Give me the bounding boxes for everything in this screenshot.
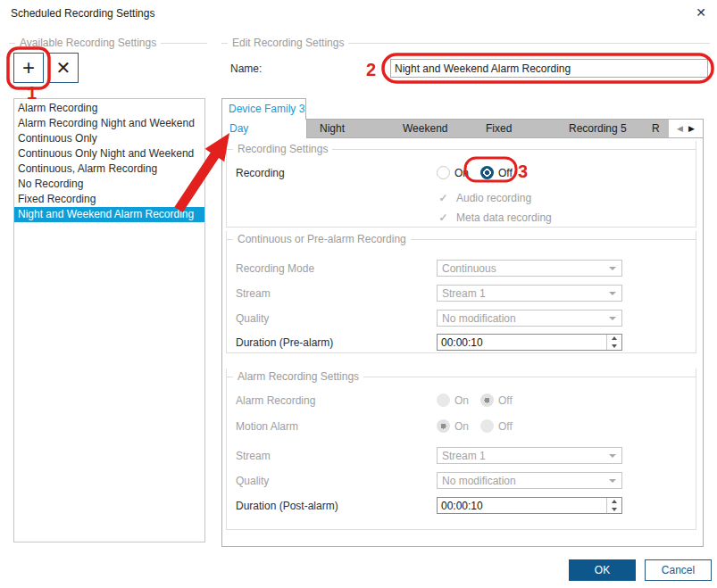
chevron-down-icon	[609, 292, 616, 295]
alarm-recording-label: Alarm Recording	[227, 394, 437, 407]
duration-prealarm-label: Duration (Pre-alarm)	[227, 336, 437, 349]
recording-label: Recording	[227, 167, 437, 179]
motion-alarm-on-radio	[437, 419, 450, 433]
recording-mode-label: Recording Mode	[227, 262, 437, 275]
name-input[interactable]	[390, 59, 708, 78]
alarm-quality-value: No modification	[442, 475, 516, 487]
quality-label: Quality	[227, 312, 437, 325]
alarm-quality-select: No modification	[437, 472, 622, 489]
chevron-down-icon	[609, 454, 616, 458]
meta-data-recording-label: Meta data recording	[456, 211, 552, 224]
list-item-selected[interactable]: Night and Weekend Alarm Recording	[14, 207, 204, 222]
list-item[interactable]: Continuous, Alarm Recording	[14, 161, 204, 177]
tab-scroll-right-icon[interactable]: ▶	[688, 124, 695, 133]
chevron-down-icon	[609, 479, 616, 483]
motion-alarm-label: Motion Alarm	[227, 420, 437, 433]
alarm-stream-select: Stream 1	[437, 447, 622, 464]
duration-prealarm-spinner	[437, 334, 622, 351]
alarm-section-title: Alarm Recording Settings	[227, 370, 696, 383]
list-item[interactable]: Fixed Recording	[14, 192, 204, 207]
alarm-stream-label: Stream	[227, 450, 437, 462]
recording-on-radio[interactable]	[437, 166, 450, 179]
tab-day[interactable]: Day	[222, 120, 307, 138]
list-item[interactable]: Alarm Recording	[14, 101, 204, 116]
annotation-number-2: 2	[366, 60, 376, 79]
motion-alarm-off-label: Off	[498, 420, 513, 433]
continuous-section-title: Continuous or Pre-alarm Recording	[227, 233, 696, 245]
alarm-recording-off-radio	[480, 393, 494, 407]
recording-mode-select: Continuous	[437, 260, 622, 277]
add-setting-button[interactable]: +	[13, 53, 44, 83]
tab-scroll-buttons: ◀ ▶	[669, 120, 703, 138]
dialog-title: Scheduled Recording Settings	[11, 7, 154, 20]
motion-alarm-on-label: On	[454, 420, 469, 433]
list-item[interactable]: Alarm Recording Night and Weekend	[14, 116, 204, 131]
spin-up-icon[interactable]	[607, 498, 621, 506]
schedule-tabstrip: Day Night Weekend Fixed Recording 5 R ◀ …	[222, 120, 703, 138]
day-tab-page: Day Night Weekend Fixed Recording 5 R ◀ …	[221, 119, 704, 547]
audio-recording-checkbox: ✓	[437, 192, 450, 204]
tab-device-family-3[interactable]: Device Family 3	[221, 98, 306, 120]
recording-mode-value: Continuous	[442, 262, 496, 275]
spin-up-icon[interactable]	[607, 335, 621, 343]
continuous-prealarm-section: Continuous or Pre-alarm Recording Record…	[226, 231, 696, 353]
recording-off-radio[interactable]	[480, 166, 494, 179]
plus-icon: +	[22, 55, 35, 80]
name-label: Name:	[230, 62, 262, 75]
tab-recording-6-cut[interactable]: R	[639, 120, 669, 137]
list-item[interactable]: Continuous Only Night and Weekend	[14, 146, 204, 161]
tab-scroll-left-icon[interactable]: ◀	[677, 124, 683, 133]
alarm-recording-on-radio	[437, 393, 450, 407]
alarm-recording-on-label: On	[454, 394, 469, 407]
recording-settings-title: Recording Settings	[227, 143, 696, 155]
recording-off-label: Off	[498, 167, 513, 179]
edit-settings-header: Edit Recording Settings	[221, 37, 710, 49]
list-item[interactable]: Continuous Only	[14, 131, 204, 146]
x-icon: ✕	[56, 57, 71, 79]
stream-value: Stream 1	[442, 287, 486, 300]
spin-down-icon[interactable]	[607, 506, 621, 514]
chevron-down-icon	[609, 267, 616, 270]
meta-data-recording-checkbox: ✓	[437, 211, 450, 224]
stream-select: Stream 1	[437, 285, 622, 302]
inactive-tabs: Night Weekend Fixed Recording 5 R	[307, 120, 669, 138]
cancel-button[interactable]: Cancel	[645, 559, 712, 581]
recording-on-label: On	[454, 167, 469, 179]
chevron-down-icon	[609, 317, 616, 320]
tab-weekend[interactable]: Weekend	[390, 120, 473, 137]
quality-select: No modification	[437, 310, 622, 327]
tab-fixed[interactable]: Fixed	[473, 120, 556, 137]
quality-value: No modification	[442, 312, 516, 325]
spin-down-icon[interactable]	[607, 343, 621, 351]
tab-night[interactable]: Night	[307, 120, 390, 137]
alarm-quality-label: Quality	[227, 475, 437, 487]
alarm-recording-section: Alarm Recording Settings Alarm Recording…	[226, 369, 696, 530]
alarm-stream-value: Stream 1	[442, 450, 486, 462]
duration-postalarm-input[interactable]	[438, 498, 606, 513]
ok-button[interactable]: OK	[569, 559, 636, 581]
alarm-recording-off-label: Off	[498, 394, 513, 407]
list-item[interactable]: No Recording	[14, 177, 204, 192]
duration-postalarm-label: Duration (Post-alarm)	[227, 500, 437, 512]
recording-settings-section: Recording Settings Recording On Off ✓ Au…	[226, 141, 696, 228]
close-icon[interactable]: ✕	[692, 4, 710, 21]
tab-recording-5[interactable]: Recording 5	[556, 120, 639, 137]
stream-label: Stream	[227, 287, 437, 300]
available-settings-header: Available Recording Settings	[9, 37, 207, 49]
delete-setting-button[interactable]: ✕	[48, 53, 79, 83]
recording-settings-list: Alarm Recording Alarm Recording Night an…	[13, 98, 205, 542]
motion-alarm-off-radio	[480, 419, 494, 433]
duration-postalarm-spinner	[437, 497, 622, 514]
scheduled-recording-settings-dialog: Scheduled Recording Settings ✕ Available…	[0, 0, 717, 588]
audio-recording-label: Audio recording	[456, 192, 531, 204]
duration-prealarm-input[interactable]	[438, 335, 606, 350]
